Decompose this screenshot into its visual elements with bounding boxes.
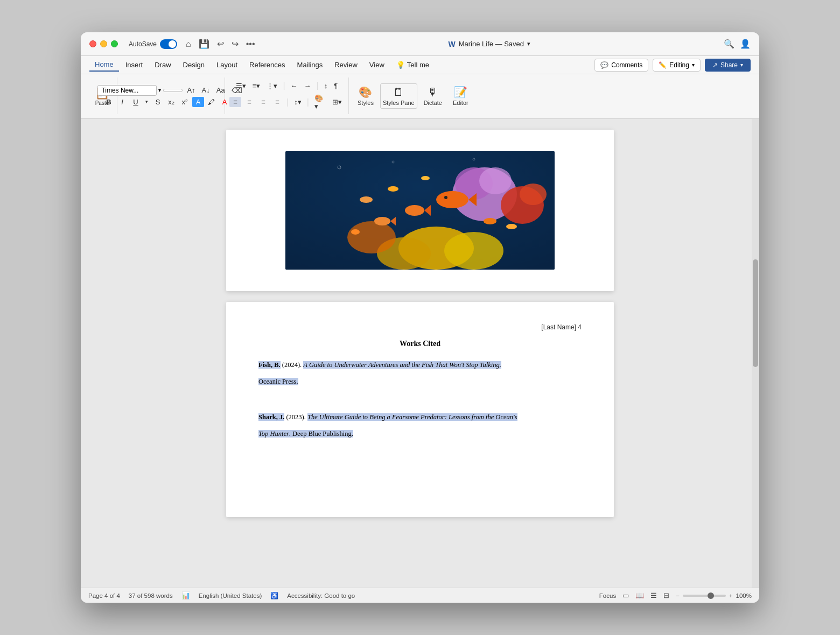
menu-home[interactable]: Home	[89, 58, 119, 72]
borders-button[interactable]: ⊞▾	[330, 97, 344, 107]
styles-pane-button[interactable]: 🗒 Styles Pane	[380, 83, 417, 109]
maximize-button[interactable]	[111, 40, 118, 47]
line-spacing-button[interactable]: ↕▾	[292, 97, 304, 107]
bullets-button[interactable]: ☰▾	[234, 81, 248, 91]
align-left-button[interactable]: ≡	[229, 97, 241, 107]
chevron-down-icon: ▾	[527, 40, 530, 47]
ribbon-paragraph-group: ☰▾ ≡▾ ⋮▾ | ← → | ↕ ¶ ≡ ≡ ≡ ≡ | ↕▾ | 🎨▾ ⊞…	[225, 77, 349, 114]
zoom-slider-track[interactable]	[683, 595, 726, 597]
shading-button[interactable]: 🎨▾	[312, 93, 328, 111]
svg-point-22	[388, 186, 398, 192]
comments-button[interactable]: 💬 Comments	[594, 59, 648, 72]
titlebar-right: 🔍 👤	[724, 39, 751, 49]
menubar: Home Insert Draw Design Layout Reference…	[81, 56, 759, 74]
editor-icon: 📝	[454, 86, 467, 98]
menu-insert[interactable]: Insert	[120, 59, 149, 71]
styles-button[interactable]: 🎨 Styles	[353, 83, 378, 108]
autosave-label: AutoSave	[129, 40, 157, 48]
citation-shark-line2: Top Hunter. Deep Blue Publishing.	[258, 428, 582, 440]
subscript-button[interactable]: x₂	[165, 97, 177, 107]
editing-button[interactable]: ✏️ Editing ▾	[653, 59, 701, 72]
undo-icon[interactable]: ↩	[217, 39, 224, 49]
ribbon-end-group: 🎨 Styles 🗒 Styles Pane 🎙 Dictate 📝 Edito…	[349, 83, 473, 109]
view-book-icon[interactable]: 📖	[635, 591, 644, 599]
font-shrink-button[interactable]: A↓	[200, 85, 212, 95]
redo-icon[interactable]: ↪	[232, 39, 239, 49]
document-page-3	[226, 130, 614, 291]
document-title: W Marine Life — Saved ▾	[262, 40, 717, 48]
menu-view[interactable]: View	[364, 59, 390, 71]
document-scroll[interactable]: [Last Name] 4 Works Cited Fish, B. (2024…	[81, 119, 759, 588]
share-button[interactable]: ↗ Share ▾	[705, 59, 751, 72]
zoom-slider-thumb[interactable]	[708, 592, 714, 599]
view-list-icon[interactable]: ☰	[650, 591, 657, 599]
zoom-minus-button[interactable]: −	[676, 592, 680, 599]
svg-point-9	[444, 232, 503, 270]
traffic-lights	[89, 40, 118, 47]
strikethrough-button[interactable]: S	[152, 97, 164, 107]
bold-button[interactable]: B	[103, 97, 115, 107]
underline-button[interactable]: U	[130, 97, 142, 107]
home-icon[interactable]: ⌂	[186, 39, 191, 49]
font-grow-button[interactable]: A↑	[185, 85, 197, 95]
italic-button[interactable]: I	[116, 97, 128, 107]
more-icon[interactable]: •••	[246, 39, 255, 49]
increase-indent-button[interactable]: →	[302, 81, 313, 91]
accessibility-icon: ♿	[270, 592, 278, 599]
svg-point-23	[421, 176, 430, 180]
language[interactable]: English (United States)	[199, 592, 262, 599]
font-name-selector[interactable]: Times New...	[97, 85, 157, 96]
search-icon[interactable]: 🔍	[724, 39, 734, 49]
svg-point-10	[347, 221, 396, 253]
ribbon-font-group: Times New... ▾ A↑ A↓ Aa ⌫ B I U ▾ S x₂ x…	[117, 77, 225, 114]
menu-mailings[interactable]: Mailings	[292, 59, 328, 71]
track-changes-icon[interactable]: 📊	[181, 591, 190, 599]
accessibility-status[interactable]: Accessibility: Good to go	[287, 592, 355, 599]
focus-label[interactable]: Focus	[599, 592, 616, 599]
menu-references[interactable]: References	[244, 59, 290, 71]
chevron-down-icon[interactable]: ▾	[143, 98, 150, 105]
superscript-button[interactable]: x²	[179, 97, 191, 107]
close-button[interactable]	[89, 40, 96, 47]
editor-button[interactable]: 📝 Editor	[449, 83, 473, 108]
citation-fish-publisher: Oceanic Press.	[258, 378, 298, 385]
title-text: Marine Life — Saved	[459, 40, 524, 48]
menu-review[interactable]: Review	[329, 59, 363, 71]
svg-point-6	[520, 184, 547, 205]
list-buttons-row: ☰▾ ≡▾ ⋮▾ | ← → | ↕ ¶	[234, 81, 340, 91]
menubar-actions: 💬 Comments ✏️ Editing ▾ ↗ Share ▾	[594, 59, 751, 72]
menu-draw[interactable]: Draw	[149, 59, 176, 71]
align-center-button[interactable]: ≡	[243, 97, 255, 107]
show-marks-button[interactable]: ¶	[332, 81, 340, 91]
menu-layout[interactable]: Layout	[211, 59, 243, 71]
document-area: [Last Name] 4 Works Cited Fish, B. (2024…	[81, 119, 759, 588]
microphone-icon: 🎙	[428, 86, 438, 98]
font-size-selector[interactable]	[163, 89, 183, 92]
account-icon[interactable]: 👤	[740, 39, 751, 49]
zoom-level: 100%	[736, 592, 752, 599]
scrollbar-thumb[interactable]	[753, 259, 758, 367]
menu-design[interactable]: Design	[178, 59, 210, 71]
svg-point-21	[484, 218, 496, 224]
sort-button[interactable]: ↕	[322, 81, 330, 91]
autosave-toggle[interactable]: AutoSave	[129, 39, 177, 49]
align-right-button[interactable]: ≡	[257, 97, 269, 107]
dictate-button[interactable]: 🎙 Dictate	[419, 84, 446, 108]
zoom-plus-button[interactable]: +	[729, 592, 733, 599]
menu-tell-me[interactable]: 💡 Tell me	[391, 59, 435, 71]
citation-fish-author: Fish, B.	[258, 361, 281, 369]
citation-shark-title: The Ultimate Guide to Being a Fearsome P…	[307, 413, 517, 421]
view-layout-icon[interactable]: ▭	[622, 591, 629, 599]
autosave-switch[interactable]	[160, 39, 177, 49]
minimize-button[interactable]	[100, 40, 107, 47]
numbering-button[interactable]: ≡▾	[250, 81, 263, 91]
align-justify-button[interactable]: ≡	[271, 97, 283, 107]
font-color-button[interactable]: A	[192, 97, 204, 107]
svg-point-20	[351, 229, 360, 235]
save-icon[interactable]: 💾	[199, 39, 209, 49]
highlight-button[interactable]: 🖍	[206, 97, 217, 107]
multilevel-button[interactable]: ⋮▾	[264, 81, 279, 91]
word-logo: W	[448, 40, 455, 48]
decrease-indent-button[interactable]: ←	[289, 81, 300, 91]
view-web-icon[interactable]: ⊟	[663, 591, 669, 599]
